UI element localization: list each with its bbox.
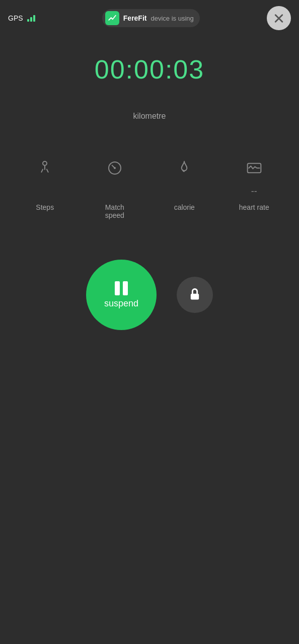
app-name: FereFit	[123, 14, 147, 22]
heart-rate-label: heart rate	[239, 203, 269, 211]
match-speed-label: Match speed	[95, 203, 135, 219]
app-notification: FereFit device is using	[102, 9, 200, 27]
metrics-row: Steps Match speed calorie	[0, 141, 299, 229]
gps-label: GPS	[8, 14, 23, 22]
device-text: device is using	[151, 15, 193, 22]
close-button[interactable]	[267, 6, 291, 30]
steps-label: Steps	[36, 203, 54, 211]
distance-section: kilometre	[0, 95, 299, 131]
timer-section: 00:00:03	[0, 34, 299, 95]
app-icon	[105, 11, 119, 25]
pause-bar-left	[115, 281, 120, 295]
distance-unit: kilometre	[133, 112, 166, 121]
controls-section: suspend	[0, 229, 299, 350]
pause-icon	[115, 281, 128, 295]
lock-button[interactable]	[177, 277, 213, 313]
svg-rect-4	[191, 293, 199, 299]
metric-match-speed: Match speed	[95, 156, 135, 219]
heart-rate-value: --	[251, 186, 257, 197]
pause-bar-right	[123, 281, 128, 295]
timer-display: 00:00:03	[95, 54, 204, 85]
signal-bar-3	[33, 15, 35, 22]
svg-point-0	[43, 162, 47, 166]
speed-icon	[103, 156, 127, 180]
heart-rate-icon	[242, 156, 266, 180]
calorie-icon	[172, 156, 196, 180]
calorie-label: calorie	[174, 203, 195, 211]
signal-bar-1	[27, 19, 29, 22]
lock-icon	[188, 287, 202, 303]
svg-point-2	[114, 167, 116, 169]
signal-bars	[27, 15, 35, 22]
status-bar: GPS FereFit device is using	[0, 0, 299, 34]
suspend-button[interactable]: suspend	[86, 260, 157, 330]
status-left: GPS	[8, 14, 35, 22]
metric-heart-rate: -- heart rate	[234, 156, 274, 211]
metric-steps: Steps	[25, 156, 65, 211]
metric-calorie: calorie	[164, 156, 204, 211]
steps-icon	[33, 156, 57, 180]
signal-bar-2	[30, 17, 32, 22]
suspend-label: suspend	[104, 298, 138, 309]
